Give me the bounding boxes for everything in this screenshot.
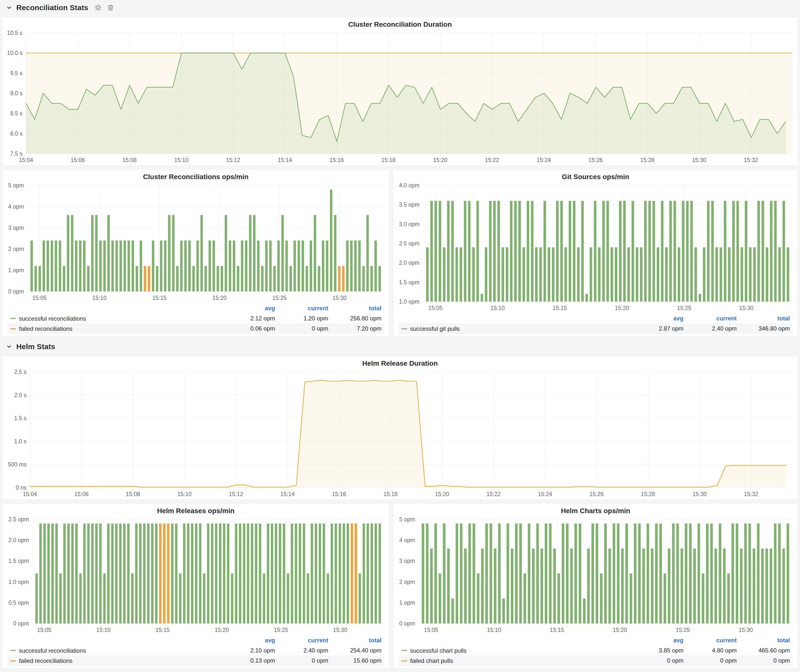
- legend-col-avg[interactable]: avg: [633, 635, 686, 645]
- svg-text:15:06: 15:06: [71, 157, 85, 163]
- svg-text:15:12: 15:12: [229, 491, 243, 497]
- legend-col-total[interactable]: total: [739, 314, 792, 323]
- legend-current-value: 0 opm: [278, 655, 331, 666]
- chevron-down-icon[interactable]: [6, 5, 12, 11]
- svg-text:1.0 opm: 1.0 opm: [8, 579, 29, 585]
- panel-title[interactable]: Helm Charts ops/min: [393, 504, 798, 515]
- svg-text:1.5 opm: 1.5 opm: [399, 279, 419, 286]
- svg-text:5 opm: 5 opm: [399, 516, 415, 523]
- section-title[interactable]: Reconciliation Stats: [16, 3, 88, 12]
- legend-total-value: 346.80 opm: [739, 323, 792, 334]
- svg-text:15:32: 15:32: [744, 491, 758, 497]
- legend-current-value: 2.40 opm: [278, 645, 331, 656]
- legend-series-name[interactable]: failed reconciliations: [19, 658, 72, 664]
- legend-col-avg[interactable]: avg: [224, 635, 278, 645]
- svg-text:15:25: 15:25: [272, 295, 287, 301]
- legend-row-failed: failed reconciliations 0.13 opm 0 opm 15…: [8, 655, 384, 666]
- svg-text:2 opm: 2 opm: [8, 246, 24, 252]
- panel-title[interactable]: Helm Releases ops/min: [2, 504, 389, 515]
- cluster-reconciliation-duration-chart[interactable]: 15:0415:0615:0815:1015:1215:1415:1615:18…: [2, 29, 798, 166]
- panel-cluster-reconciliations-ops: Cluster Reconciliations ops/min 15:0515:…: [2, 169, 390, 336]
- legend-total-value: 15.60 opm: [331, 655, 384, 666]
- svg-text:3 opm: 3 opm: [8, 225, 24, 231]
- gear-icon[interactable]: [94, 4, 102, 11]
- legend-total-value: 0 opm: [739, 655, 792, 666]
- legend-col-current[interactable]: current: [278, 635, 331, 645]
- panel-cluster-reconciliation-duration: Cluster Reconciliation Duration 15:0415:…: [2, 17, 798, 166]
- helm-releases-ops-chart[interactable]: 15:0515:1015:1515:2015:2515:300 opm0.5 o…: [2, 515, 389, 635]
- legend-row-failed: failed reconciliations 0.06 opm 0 opm 7.…: [8, 323, 384, 334]
- trash-icon[interactable]: [107, 4, 114, 11]
- svg-text:15:04: 15:04: [23, 491, 37, 497]
- legend-series-name[interactable]: successful chart pulls: [410, 647, 467, 654]
- svg-text:8.0 s: 8.0 s: [10, 130, 22, 137]
- legend-col-total[interactable]: total: [739, 635, 792, 645]
- svg-text:3.5 opm: 3.5 opm: [399, 202, 419, 208]
- panel-title[interactable]: Cluster Reconciliation Duration: [2, 17, 798, 29]
- svg-text:15:20: 15:20: [435, 491, 449, 497]
- svg-text:3 opm: 3 opm: [399, 558, 415, 564]
- legend-avg-value: 0.13 opm: [224, 655, 278, 666]
- svg-text:15:10: 15:10: [487, 627, 501, 633]
- section-title[interactable]: Helm Stats: [16, 342, 55, 351]
- svg-text:2 opm: 2 opm: [399, 579, 415, 585]
- legend-col-current[interactable]: current: [686, 314, 739, 323]
- panel-title[interactable]: Helm Release Duration: [2, 356, 798, 368]
- legend-series-name[interactable]: successful reconciliations: [19, 647, 86, 654]
- svg-text:15:32: 15:32: [744, 157, 758, 163]
- svg-text:15:24: 15:24: [536, 157, 551, 163]
- series-swatch-orange: [10, 660, 16, 661]
- svg-text:15:10: 15:10: [491, 305, 505, 311]
- svg-text:15:28: 15:28: [640, 157, 654, 163]
- legend-avg-value: 3.85 opm: [633, 645, 686, 656]
- svg-text:0 opm: 0 opm: [399, 620, 415, 627]
- svg-text:0.5 opm: 0.5 opm: [8, 600, 29, 606]
- legend-avg-value: 0 opm: [633, 655, 686, 666]
- legend-col-current[interactable]: current: [278, 303, 331, 313]
- cluster-reconciliations-ops-chart[interactable]: 15:0515:1015:1515:2015:2515:300 opm1 opm…: [2, 181, 389, 303]
- svg-text:1 opm: 1 opm: [399, 600, 415, 606]
- legend-row-failed: failed chart pulls 0 opm 0 opm 0 opm: [399, 655, 792, 666]
- helm-release-duration-chart[interactable]: 15:0415:0615:0815:1015:1215:1415:1615:18…: [2, 368, 798, 499]
- panel-title[interactable]: Cluster Reconciliations ops/min: [2, 170, 389, 181]
- dashboard: Reconciliation Stats Cluster Reconciliat…: [0, 0, 800, 670]
- svg-text:15:15: 15:15: [152, 295, 167, 301]
- svg-text:15:10: 15:10: [174, 157, 189, 163]
- svg-text:15:25: 15:25: [274, 627, 288, 633]
- svg-text:15:24: 15:24: [538, 491, 552, 497]
- svg-text:15:10: 15:10: [178, 491, 192, 497]
- svg-text:10.5 s: 10.5 s: [7, 30, 22, 36]
- legend: avg current total successful chart pulls…: [393, 635, 798, 668]
- legend-series-name[interactable]: successful git pulls: [410, 325, 459, 332]
- legend-header-row: avg current total: [8, 303, 384, 313]
- svg-text:1.5 opm: 1.5 opm: [8, 558, 29, 564]
- svg-text:15:20: 15:20: [615, 305, 629, 311]
- svg-text:15:05: 15:05: [429, 305, 443, 311]
- legend-series-name[interactable]: failed reconciliations: [19, 325, 72, 332]
- legend-col-avg[interactable]: avg: [224, 303, 278, 313]
- panel-helm-releases-ops: Helm Releases ops/min 15:0515:1015:1515:…: [2, 503, 390, 669]
- svg-text:0 opm: 0 opm: [13, 620, 29, 627]
- svg-text:2.5 s: 2.5 s: [14, 369, 26, 375]
- legend-col-total[interactable]: total: [331, 635, 384, 645]
- legend-row-successful: successful reconciliations 2.12 opm 1.20…: [8, 313, 384, 324]
- svg-text:15:30: 15:30: [692, 157, 706, 163]
- legend-total-value: 7.20 opm: [331, 323, 384, 334]
- svg-text:15:14: 15:14: [278, 157, 292, 163]
- svg-text:2.5 opm: 2.5 opm: [8, 516, 29, 523]
- svg-text:5 opm: 5 opm: [8, 182, 24, 189]
- git-sources-ops-chart[interactable]: 15:0515:1015:1515:2015:2515:301.0 opm1.5…: [393, 181, 798, 314]
- legend-series-name[interactable]: failed chart pulls: [410, 658, 453, 664]
- svg-text:9.0 s: 9.0 s: [10, 90, 22, 96]
- legend-col-current[interactable]: current: [686, 635, 739, 645]
- series-swatch-green: [401, 328, 407, 329]
- svg-text:500 ms: 500 ms: [8, 461, 26, 468]
- svg-text:15:20: 15:20: [213, 295, 227, 301]
- helm-charts-ops-chart[interactable]: 15:0515:1015:1515:2015:2515:300 opm1 opm…: [393, 515, 798, 635]
- legend-col-avg[interactable]: avg: [633, 314, 686, 323]
- svg-text:4 opm: 4 opm: [399, 537, 415, 543]
- panel-title[interactable]: Git Sources ops/min: [393, 170, 798, 181]
- legend-col-total[interactable]: total: [331, 303, 384, 313]
- chevron-down-icon[interactable]: [6, 343, 12, 350]
- legend-series-name[interactable]: successful reconciliations: [19, 315, 86, 322]
